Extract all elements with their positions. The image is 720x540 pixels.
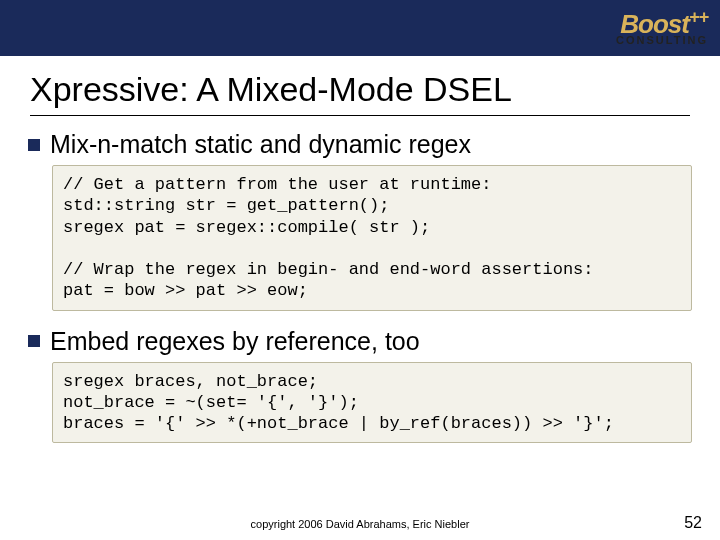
square-bullet-icon [28, 335, 40, 347]
bullet-item: Mix-n-match static and dynamic regex [28, 130, 692, 159]
slide-content: Mix-n-match static and dynamic regex // … [0, 130, 720, 443]
logo-sub: CONSULTING [616, 35, 708, 46]
logo-plus: ++ [689, 7, 708, 27]
slide-title: Xpressive: A Mixed-Mode DSEL [0, 56, 720, 115]
code-block: // Get a pattern from the user at runtim… [52, 165, 692, 311]
logo: Boost++ CONSULTING [616, 8, 708, 46]
code-block: sregex braces, not_brace; not_brace = ~(… [52, 362, 692, 444]
bullet-text: Embed regexes by reference, too [50, 327, 420, 356]
bullet-text: Mix-n-match static and dynamic regex [50, 130, 471, 159]
footer-copyright: copyright 2006 David Abrahams, Eric Nieb… [0, 518, 720, 530]
square-bullet-icon [28, 139, 40, 151]
page-number: 52 [684, 514, 702, 532]
bullet-item: Embed regexes by reference, too [28, 327, 692, 356]
title-rule [30, 115, 690, 116]
header-band: Boost++ CONSULTING [0, 0, 720, 56]
